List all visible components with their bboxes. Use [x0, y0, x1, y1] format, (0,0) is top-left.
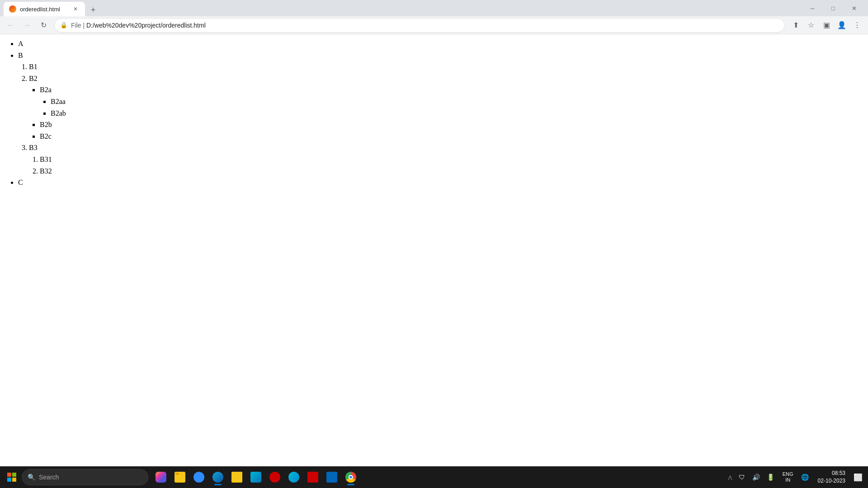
ie-icon: [288, 472, 299, 483]
tab-title: orderedlist.html: [20, 6, 68, 13]
nav-action-buttons: ⬆ ☆ ▣ 👤 ⋮: [788, 18, 864, 33]
red-app-icon: [269, 472, 280, 483]
purple-app-icon: [193, 472, 204, 483]
chrome-icon: [345, 472, 356, 483]
back-button[interactable]: ←: [4, 18, 18, 33]
browser-window: orderedlist.html ✕ + ─ □ ✕ ← → ↻ 🔒 File: [0, 0, 868, 488]
window-controls: ─ □ ✕: [802, 0, 864, 16]
b2-unordered-list: B2a B2aa B2ab: [40, 84, 861, 142]
windows-logo-icon: [7, 473, 16, 482]
page-content: A B B1 B2 B2a: [0, 34, 868, 466]
start-button[interactable]: [4, 469, 20, 485]
more-button[interactable]: ⋮: [850, 18, 864, 33]
tab-close-button[interactable]: ✕: [71, 5, 80, 13]
main-list: A B B1 B2 B2a: [18, 38, 861, 188]
tab-favicon-icon: [9, 5, 16, 13]
folder-icon: [231, 472, 242, 483]
minimize-button[interactable]: ─: [802, 0, 823, 16]
tasks-icon: [307, 472, 318, 483]
taskbar-app-edge[interactable]: [209, 468, 227, 486]
taskbar-app-store[interactable]: [247, 468, 265, 486]
notification-button[interactable]: ⬜: [852, 471, 864, 483]
maximize-button[interactable]: □: [823, 0, 844, 16]
list-item-b32: B32: [40, 165, 861, 177]
reload-button[interactable]: ↻: [36, 18, 51, 33]
title-bar: orderedlist.html ✕ + ─ □ ✕: [0, 0, 868, 16]
address-bar[interactable]: 🔒 File | D:/web%20dev%20project/orderedl…: [54, 18, 785, 33]
tray-battery-icon[interactable]: 🔋: [764, 471, 777, 483]
tab-strip: orderedlist.html ✕ +: [4, 0, 99, 16]
vscode-icon: [326, 472, 337, 483]
list-item-b2b: B2b: [40, 119, 861, 131]
list-item-b3: B3 B31 B32: [29, 142, 861, 177]
address-lock-icon: 🔒: [60, 22, 67, 28]
sidebar-button[interactable]: ▣: [819, 18, 834, 33]
svg-rect-1: [12, 473, 16, 477]
svg-rect-2: [7, 478, 11, 482]
nav-bar: ← → ↻ 🔒 File | D:/web%20dev%20project/or…: [0, 16, 868, 34]
search-label: Search: [39, 474, 59, 481]
taskbar-app-folder[interactable]: [228, 468, 246, 486]
list-item-b2: B2 B2a B2aa B2ab: [29, 73, 861, 142]
taskbar-app-purple[interactable]: [190, 468, 208, 486]
list-item-b2a: B2a B2aa B2ab: [40, 84, 861, 119]
list-item-b: B B1 B2 B2a B2aa: [18, 50, 861, 177]
taskbar-app-explorer[interactable]: [171, 468, 189, 486]
taskbar-search-box[interactable]: 🔍 Search: [22, 469, 148, 485]
taskbar-app-chrome[interactable]: [342, 468, 360, 486]
taskbar: 🔍 Search: [0, 466, 868, 488]
system-clock[interactable]: 08:53 02-10-2023: [815, 469, 848, 486]
list-item-b31: B31: [40, 154, 861, 165]
tray-network-icon[interactable]: 🌐: [799, 471, 811, 483]
share-button[interactable]: ⬆: [788, 18, 803, 33]
taskbar-right: ⋀ 🛡 🔊 🔋 ENG IN 🌐 08:53 02-10-2023: [728, 469, 864, 486]
forward-button[interactable]: →: [20, 18, 34, 33]
explorer-icon: [175, 472, 185, 483]
taskbar-app-tasks[interactable]: [304, 468, 322, 486]
list-item-b2ab: B2ab: [51, 108, 861, 119]
svg-rect-0: [7, 473, 11, 477]
clock-time: 08:53: [832, 469, 845, 477]
list-item-a: A: [18, 38, 861, 50]
address-text: File | D:/web%20dev%20project/orderedlis…: [71, 22, 779, 29]
b-ordered-list: B1 B2 B2a B2aa: [29, 61, 861, 177]
new-tab-button[interactable]: +: [87, 4, 99, 16]
tray-icons: 🛡 🔊 🔋: [736, 471, 777, 483]
close-button[interactable]: ✕: [844, 0, 864, 16]
colorful-app-icon: [156, 472, 166, 483]
taskbar-app-vscode[interactable]: [323, 468, 341, 486]
edge-icon: [212, 472, 223, 483]
taskbar-app-ie[interactable]: [285, 468, 303, 486]
tray-defender-icon[interactable]: 🛡: [736, 471, 748, 483]
list-item-b2aa: B2aa: [51, 96, 861, 108]
list-item-c: C: [18, 177, 861, 188]
search-icon: 🔍: [28, 474, 35, 481]
store-icon: [250, 472, 261, 483]
taskbar-app-colorful[interactable]: [152, 468, 170, 486]
b2a-unordered-list: B2aa B2ab: [51, 96, 861, 119]
tray-speaker-icon[interactable]: 🔊: [750, 471, 763, 483]
list-item-b1: B1: [29, 61, 861, 73]
active-tab[interactable]: orderedlist.html ✕: [4, 2, 85, 16]
taskbar-apps: [152, 468, 360, 486]
list-item-b2c: B2c: [40, 131, 861, 142]
profile-button[interactable]: 👤: [835, 18, 849, 33]
tray-chevron-icon[interactable]: ⋀: [728, 475, 732, 480]
svg-rect-3: [12, 478, 16, 482]
taskbar-app-red[interactable]: [266, 468, 284, 486]
b3-ordered-list: B31 B32: [40, 154, 861, 177]
bookmark-button[interactable]: ☆: [804, 18, 818, 33]
language-indicator[interactable]: ENG IN: [781, 470, 795, 484]
clock-date: 02-10-2023: [818, 477, 845, 485]
